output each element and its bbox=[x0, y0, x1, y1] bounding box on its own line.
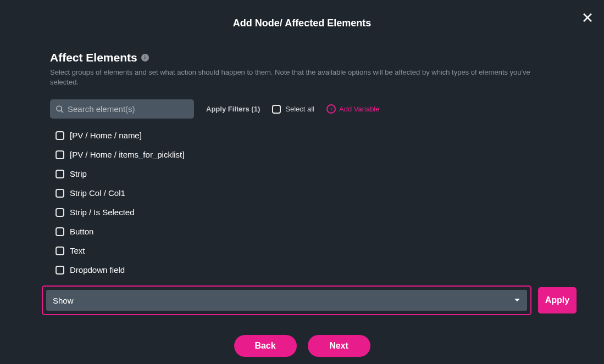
checkbox-icon bbox=[56, 208, 64, 217]
filter-row: Apply Filters (1) Select all + Add Varia… bbox=[50, 99, 556, 119]
checkbox-icon bbox=[272, 105, 281, 114]
action-row: Show Apply bbox=[0, 285, 604, 315]
element-label: Strip / Is Selected bbox=[70, 208, 135, 217]
section-description: Select groups of elements and set what a… bbox=[50, 68, 556, 87]
element-item[interactable]: Text bbox=[56, 246, 556, 255]
search-box[interactable] bbox=[50, 99, 194, 119]
next-button[interactable]: Next bbox=[308, 335, 370, 357]
element-item[interactable]: Button bbox=[56, 227, 556, 236]
close-icon bbox=[583, 13, 592, 23]
element-label: [PV / Home / name] bbox=[70, 131, 142, 140]
element-label: Strip Col / Col1 bbox=[70, 188, 125, 198]
section-title: Affect Elements bbox=[50, 51, 137, 64]
element-item[interactable]: Dropdown field bbox=[56, 265, 556, 275]
select-all-label: Select all bbox=[285, 105, 314, 113]
element-list: [PV / Home / name] [PV / Home / items_fo… bbox=[50, 131, 556, 275]
search-icon bbox=[56, 105, 64, 114]
add-variable-label: Add Variable bbox=[339, 105, 379, 113]
checkbox-icon bbox=[56, 170, 64, 178]
element-label: [PV / Home / items_for_picklist] bbox=[70, 150, 184, 159]
element-label: Strip bbox=[70, 169, 87, 178]
modal-container: Add Node/ Affected Elements Affect Eleme… bbox=[0, 0, 604, 364]
checkbox-icon bbox=[56, 150, 64, 159]
element-item[interactable]: Strip Col / Col1 bbox=[56, 188, 556, 198]
element-item[interactable]: [PV / Home / items_for_picklist] bbox=[56, 150, 556, 159]
svg-point-2 bbox=[57, 106, 62, 111]
back-button[interactable]: Back bbox=[234, 335, 297, 357]
svg-line-3 bbox=[61, 110, 63, 113]
plus-circle-icon: + bbox=[326, 104, 336, 114]
action-select-highlight: Show bbox=[42, 285, 531, 315]
element-label: Dropdown field bbox=[70, 265, 125, 275]
element-item[interactable]: Strip bbox=[56, 169, 556, 178]
element-item[interactable]: Strip / Is Selected bbox=[56, 208, 556, 217]
select-all-checkbox[interactable]: Select all bbox=[272, 105, 314, 114]
add-variable-button[interactable]: + Add Variable bbox=[326, 104, 379, 114]
footer-buttons: Back Next bbox=[0, 335, 604, 357]
checkbox-icon bbox=[56, 247, 64, 255]
close-button[interactable] bbox=[581, 11, 594, 24]
checkbox-icon bbox=[56, 227, 64, 236]
section-title-row: Affect Elements i bbox=[50, 51, 556, 64]
checkbox-icon bbox=[56, 131, 64, 140]
action-select[interactable]: Show bbox=[46, 290, 527, 311]
checkbox-icon bbox=[56, 189, 64, 198]
checkbox-icon bbox=[56, 266, 64, 275]
apply-filters-button[interactable]: Apply Filters (1) bbox=[206, 105, 260, 113]
search-input[interactable] bbox=[68, 104, 189, 114]
element-label: Text bbox=[70, 246, 85, 255]
info-icon[interactable]: i bbox=[141, 54, 149, 61]
modal-title: Add Node/ Affected Elements bbox=[0, 0, 604, 29]
element-item[interactable]: [PV / Home / name] bbox=[56, 131, 556, 140]
modal-content: Affect Elements i Select groups of eleme… bbox=[0, 29, 604, 275]
apply-button[interactable]: Apply bbox=[538, 287, 577, 313]
element-label: Button bbox=[70, 227, 93, 236]
